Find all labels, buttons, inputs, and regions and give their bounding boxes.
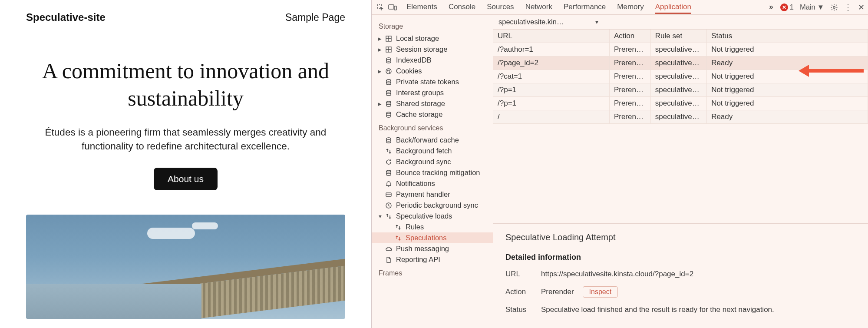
devtools-tab-application[interactable]: Application (655, 0, 691, 14)
detail-action-label: Action (505, 288, 532, 296)
svg-rect-2 (394, 6, 396, 10)
table-cell-url: /?p=1 (493, 97, 609, 110)
devtools-tab-performance[interactable]: Performance (564, 0, 606, 14)
sidebar-item-label: Reporting API (396, 255, 440, 264)
svg-point-14 (386, 112, 391, 114)
close-icon[interactable]: ✕ (858, 3, 865, 12)
frame-selector[interactable]: Main ▼ (800, 3, 824, 11)
svg-point-3 (833, 6, 835, 8)
svg-point-8 (387, 70, 388, 71)
svg-point-11 (386, 80, 391, 81)
expand-triangle-icon: ▶ (378, 101, 381, 107)
table-row[interactable]: /?p=1Prerenderspeculativesite…Not trigge… (493, 83, 868, 97)
devtools-tab-list: ElementsConsoleSourcesNetworkPerformance… (406, 0, 767, 14)
sidebar-item-cookies[interactable]: ▶Cookies (372, 66, 493, 76)
swap-icon (385, 148, 393, 155)
svg-rect-17 (386, 193, 391, 196)
settings-icon[interactable] (830, 3, 838, 11)
devtools-tab-console[interactable]: Console (449, 0, 475, 14)
sidebar-item-shared-storage[interactable]: ▶Shared storage (372, 98, 493, 109)
site-header: Speculative-site Sample Page (0, 0, 371, 31)
table-header-action[interactable]: Action (609, 30, 650, 43)
sidebar-item-label: Cache storage (396, 110, 442, 119)
device-toolbar-icon[interactable] (387, 2, 398, 13)
inspect-button[interactable]: Inspect (583, 286, 618, 298)
table-cell-status: Not triggered (707, 43, 868, 56)
table-header-url[interactable]: URL (493, 30, 609, 43)
errors-badge[interactable]: ✕ 1 (780, 3, 794, 11)
table-row[interactable]: /Prerenderspeculativesite…Ready (493, 110, 868, 124)
hero-image (26, 215, 345, 319)
more-tabs-icon[interactable]: » (769, 0, 773, 14)
table-cell-action: Prerender (609, 70, 650, 83)
sidebar-item-private-state-tokens[interactable]: Private state tokens (372, 76, 493, 87)
about-us-button[interactable]: About us (154, 168, 218, 190)
sidebar-item-push-messaging[interactable]: Push messaging (372, 243, 493, 254)
table-row[interactable]: /?cat=1Prerenderspeculativesite…Not trig… (493, 70, 868, 83)
table-cell-action: Prerender (609, 110, 650, 124)
sidebar-item-label: Private state tokens (396, 78, 459, 86)
sidebar-item-label: Speculations (406, 234, 446, 242)
hero-heading: A commitment to innovation and sustainab… (26, 57, 345, 112)
expand-triangle-icon: ▶ (378, 36, 381, 42)
inspect-element-icon[interactable] (375, 2, 386, 13)
table-row[interactable]: /?p=1Prerenderspeculativesite…Not trigge… (493, 97, 868, 110)
table-row[interactable]: /?page_id=2Prerenderspeculativesite…Read… (493, 56, 868, 70)
detail-status-label: Status (505, 305, 532, 314)
sidebar-item-speculations[interactable]: Speculations (372, 232, 493, 243)
sidebar-item-notifications[interactable]: Notifications (372, 178, 493, 189)
sidebar-item-label: Interest groups (396, 89, 444, 97)
table-cell-action: Prerender (609, 97, 650, 110)
sidebar-item-rules[interactable]: Rules (372, 222, 493, 232)
chevron-down-icon: ▼ (594, 19, 599, 25)
sidebar-item-label: Back/forward cache (396, 136, 459, 144)
swap-icon (394, 224, 402, 231)
sidebar-item-back-forward-cache[interactable]: Back/forward cache (372, 135, 493, 146)
sidebar-item-label: Periodic background sync (396, 201, 478, 209)
table-cell-status: Not triggered (707, 83, 868, 97)
devtools-panel: ElementsConsoleSourcesNetworkPerformance… (371, 0, 868, 328)
sidebar-item-local-storage[interactable]: ▶Local storage (372, 33, 493, 44)
nav-link-sample-page[interactable]: Sample Page (285, 12, 345, 23)
sidebar-item-label: Payment handler (396, 190, 450, 199)
devtools-tab-sources[interactable]: Sources (487, 0, 514, 14)
sidebar-item-speculative-loads[interactable]: ▼Speculative loads (372, 211, 493, 222)
error-count: 1 (790, 3, 794, 11)
db-icon (385, 111, 393, 118)
table-cell-url: / (493, 110, 609, 124)
sidebar-item-background-sync[interactable]: Background sync (372, 156, 493, 167)
hero-section: A commitment to innovation and sustainab… (0, 31, 371, 190)
expand-triangle-icon: ▶ (378, 47, 381, 53)
speculation-detail-panel: Speculative Loading Attempt Detailed inf… (493, 224, 868, 326)
db-icon (385, 79, 393, 86)
expand-triangle-icon: ▶ (378, 69, 381, 74)
devtools-tab-memory[interactable]: Memory (617, 0, 644, 14)
sidebar-item-periodic-background-sync[interactable]: Periodic background sync (372, 200, 493, 211)
db-icon (385, 169, 393, 176)
speculation-table: URLActionRule setStatus /?author=1Preren… (493, 30, 868, 124)
sidebar-item-interest-groups[interactable]: Interest groups (372, 87, 493, 98)
table-cell-url: /?p=1 (493, 83, 609, 97)
db-icon (385, 57, 393, 64)
swap-icon (394, 235, 402, 242)
ruleset-dropdown[interactable]: speculativesite.kin… (498, 18, 564, 26)
table-row[interactable]: /?author=1Prerenderspeculativesite…Not t… (493, 43, 868, 56)
sidebar-item-reporting-api[interactable]: Reporting API (372, 254, 493, 265)
site-title[interactable]: Speculative-site (26, 11, 106, 23)
error-dot-icon: ✕ (780, 3, 788, 11)
sidebar-item-background-fetch[interactable]: Background fetch (372, 146, 493, 156)
sidebar-section-background-services: Background services (372, 120, 493, 135)
kebab-menu-icon[interactable]: ⋮ (844, 3, 852, 12)
sidebar-item-cache-storage[interactable]: Cache storage (372, 109, 493, 120)
sidebar-item-bounce-tracking-mitigation[interactable]: Bounce tracking mitigation (372, 167, 493, 178)
cookie-icon (385, 68, 393, 75)
table-cell-ruleset: speculativesite… (650, 97, 706, 110)
table-cell-ruleset: speculativesite… (650, 43, 706, 56)
sidebar-item-session-storage[interactable]: ▶Session storage (372, 44, 493, 55)
table-header-status[interactable]: Status (707, 30, 868, 43)
devtools-tab-network[interactable]: Network (525, 0, 552, 14)
table-header-rule-set[interactable]: Rule set (650, 30, 706, 43)
sidebar-item-indexeddb[interactable]: IndexedDB (372, 55, 493, 66)
sidebar-item-payment-handler[interactable]: Payment handler (372, 189, 493, 200)
devtools-tab-elements[interactable]: Elements (406, 0, 437, 14)
